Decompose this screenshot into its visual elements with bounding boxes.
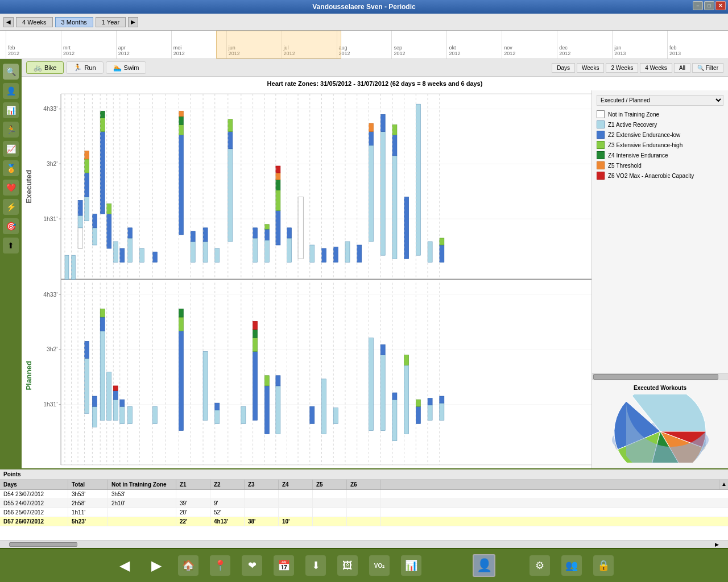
svg-rect-69 xyxy=(203,242,208,262)
svg-rect-202 xyxy=(404,355,409,365)
svg-rect-36 xyxy=(85,159,89,173)
bike-icon: 🚲 xyxy=(34,64,42,72)
settings-icon[interactable]: ⚙ xyxy=(530,555,550,576)
table-row-highlighted[interactable]: D57 26/07/2012 5h23' 22' 4h13' 38' 10' xyxy=(0,517,728,526)
view-days[interactable]: Days xyxy=(552,63,575,73)
users-icon[interactable]: 👥 xyxy=(561,555,582,576)
chart-tabs: 🚲 Bike 🏃 Run 🏊 Swim Days Weeks 2 Weeks 4… xyxy=(22,59,728,77)
svg-rect-168 xyxy=(100,317,105,331)
svg-rect-179 xyxy=(179,317,183,331)
sidebar-activity[interactable]: 🏃 xyxy=(3,122,19,138)
svg-rect-171 xyxy=(113,400,118,420)
sport-tab-swim[interactable]: 🏊 Swim xyxy=(106,61,147,74)
legend-color-z4 xyxy=(597,151,605,159)
sidebar-up[interactable]: ⬆ xyxy=(3,238,19,253)
svg-rect-115 xyxy=(392,135,397,156)
svg-rect-116 xyxy=(392,124,397,135)
svg-rect-62 xyxy=(179,124,183,135)
period-3months[interactable]: 3 Months xyxy=(55,17,93,27)
hscrollbar-right[interactable]: ▶ xyxy=(715,542,719,547)
maximize-button[interactable]: □ xyxy=(704,1,714,10)
cell-z1 xyxy=(176,490,210,498)
svg-rect-74 xyxy=(228,149,233,242)
timeline[interactable]: feb2012 mrt2012 apr2012 mei2012 jun2012 … xyxy=(0,31,728,59)
table-hscrollbar[interactable]: ▶ xyxy=(0,540,728,548)
svg-rect-124 xyxy=(440,245,444,262)
run-label: Run xyxy=(84,64,96,71)
nav-calendar[interactable]: 📅 xyxy=(274,555,294,576)
svg-rect-114 xyxy=(392,156,397,259)
sidebar-target[interactable]: 🎯 xyxy=(3,218,19,234)
view-all[interactable]: All xyxy=(674,63,690,73)
sidebar-trend[interactable]: 📈 xyxy=(3,141,19,157)
chart-wrapper: 4h33' 3h2' 1h31' 4h33' 3h2' xyxy=(22,90,728,468)
sport-tab-bike[interactable]: 🚲 Bike xyxy=(26,61,64,74)
timeline-highlight xyxy=(216,31,341,59)
svg-text:1h31': 1h31' xyxy=(43,215,57,222)
sidebar-search[interactable]: 🔍 xyxy=(3,64,19,80)
month-feb2013: feb2013 xyxy=(667,31,722,59)
legend-label-z6: Z6 VO2 Max - Anaerobic Capacity xyxy=(608,173,694,179)
table-row[interactable]: D55 24/07/2012 2h58' 2h10' 39' 9' xyxy=(0,499,728,508)
svg-rect-70 xyxy=(203,228,208,242)
legend-scrollbar[interactable] xyxy=(592,373,728,380)
col-z5: Z5 xyxy=(313,480,347,489)
cell-z2: 9' xyxy=(210,499,245,508)
view-4weeks[interactable]: 4 Weeks xyxy=(640,63,672,73)
hscrollbar-thumb[interactable] xyxy=(9,542,77,547)
scrollbar-up[interactable]: ▲ xyxy=(719,480,728,489)
cell-z5 xyxy=(313,499,347,508)
close-button[interactable]: ✕ xyxy=(715,1,726,10)
svg-rect-125 xyxy=(440,238,444,245)
nav-download[interactable]: ⬇ xyxy=(305,555,326,576)
chart-svg[interactable]: 4h33' 3h2' 1h31' 4h33' 3h2' xyxy=(22,90,592,468)
legend-label-z4: Z4 Intensive Endurance xyxy=(608,152,668,159)
svg-rect-201 xyxy=(404,365,409,434)
sidebar-profile[interactable]: 👤 xyxy=(3,83,19,99)
nav-prev[interactable]: ◀ xyxy=(114,555,135,576)
nav-heart[interactable]: ❤ xyxy=(242,555,262,576)
month-okt2012: okt2012 xyxy=(446,31,502,59)
nav-photo[interactable]: 🖼 xyxy=(337,555,358,576)
nav-home[interactable]: 🏠 xyxy=(178,555,198,576)
svg-rect-83 xyxy=(264,229,269,240)
scrollbar-thumb[interactable] xyxy=(593,374,718,380)
svg-rect-112 xyxy=(380,114,385,131)
minimize-button[interactable]: – xyxy=(693,1,703,10)
points-label: Points xyxy=(0,469,728,480)
sport-tab-run[interactable]: 🏃 Run xyxy=(66,61,103,74)
right-panel: Executed / Planned Not in Training Zone … xyxy=(592,90,728,468)
nav-map[interactable]: 📍 xyxy=(210,555,230,576)
next-button[interactable]: ▶ xyxy=(128,17,138,27)
legend-dropdown[interactable]: Executed / Planned xyxy=(597,95,723,106)
nav-chart[interactable]: 📊 xyxy=(401,555,421,576)
sidebar-stats[interactable]: 📊 xyxy=(3,102,19,118)
lock-icon[interactable]: 🔒 xyxy=(593,555,614,576)
period-4weeks[interactable]: 4 Weeks xyxy=(16,17,53,27)
cell-z3: 38' xyxy=(245,517,279,526)
avatar[interactable]: 👤 xyxy=(473,554,495,577)
sidebar-heart[interactable]: ❤️ xyxy=(3,180,19,196)
sidebar-awards[interactable]: 🏅 xyxy=(3,160,19,176)
svg-rect-199 xyxy=(392,400,397,441)
svg-rect-172 xyxy=(113,390,118,400)
view-weeks[interactable]: Weeks xyxy=(577,63,604,73)
view-2weeks[interactable]: 2 Weeks xyxy=(606,63,638,73)
cell-z6 xyxy=(347,508,381,517)
nav-vo2[interactable]: VO₂ xyxy=(369,555,390,576)
sidebar-power[interactable]: ⚡ xyxy=(3,199,19,215)
svg-rect-26 xyxy=(65,255,69,279)
sidebar: 🔍 👤 📊 🏃 📈 🏅 ❤️ ⚡ 🎯 ⬆ xyxy=(0,59,22,468)
nav-next[interactable]: ▶ xyxy=(146,555,167,576)
svg-rect-75 xyxy=(228,132,233,149)
prev-button[interactable]: ◀ xyxy=(3,17,14,27)
table-row[interactable]: D54 23/07/2012 3h53' 3h53' xyxy=(0,490,728,499)
period-1year[interactable]: 1 Year xyxy=(96,17,126,27)
legend-label-z3: Z3 Extensive Endurance-high xyxy=(608,142,682,148)
filter-button[interactable]: 🔍 Filter xyxy=(692,63,723,73)
svg-rect-120 xyxy=(416,104,420,255)
cell-z2 xyxy=(210,490,245,498)
svg-rect-34 xyxy=(85,197,89,221)
table-row[interactable]: D56 25/07/2012 1h11' 20' 52' xyxy=(0,508,728,517)
svg-rect-109 xyxy=(369,123,373,132)
